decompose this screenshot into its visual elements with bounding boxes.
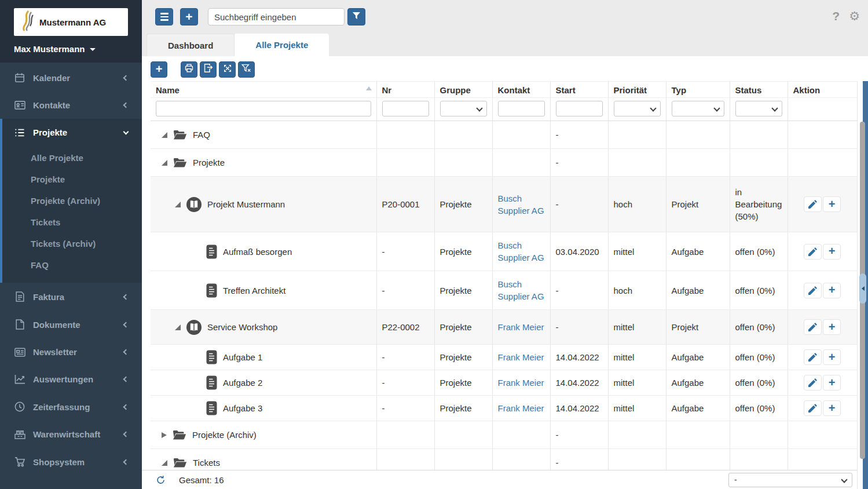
sidebar-item-dokumente[interactable]: Dokumente — [0, 311, 142, 338]
sidebar-item-label: Faktura — [33, 292, 116, 302]
sidebar-item-faktura[interactable]: Faktura — [0, 283, 142, 311]
contact-link[interactable]: Busch Supplier AG — [498, 194, 544, 216]
sidebar-subitem-tickets[interactable]: Tickets — [2, 211, 142, 233]
scroll-drag-handle[interactable] — [859, 273, 866, 304]
sidebar-subitem-faq[interactable]: FAQ — [2, 254, 142, 276]
user-menu[interactable]: Max Mustermann — [14, 36, 128, 63]
add-subitem-button[interactable]: + — [823, 196, 841, 212]
cell-nr: - — [376, 345, 434, 370]
export-button[interactable] — [200, 61, 217, 78]
menu-toggle-button[interactable] — [155, 8, 173, 25]
filter-input-start[interactable] — [556, 101, 603, 116]
print-button[interactable] — [181, 61, 197, 78]
tree-collapse-icon[interactable] — [175, 202, 181, 207]
sidebar-item-shopsystem[interactable]: Shopsystem — [0, 448, 142, 476]
cell-start: 14.04.2022 — [550, 370, 608, 396]
column-header-aktion[interactable]: Aktion — [788, 82, 857, 98]
contact-link[interactable]: Frank Meier — [498, 378, 544, 388]
edit-button[interactable] — [804, 196, 822, 212]
filter-select-gruppe[interactable] — [440, 101, 487, 116]
expand-button[interactable] — [219, 61, 236, 78]
column-header-name[interactable]: Name — [151, 82, 376, 98]
gear-icon[interactable]: ⚙ — [849, 10, 860, 23]
plus-icon: + — [829, 402, 836, 415]
sidebar-item-projekte[interactable]: Projekte — [2, 119, 142, 146]
edit-button[interactable] — [804, 244, 822, 260]
table-row[interactable]: Projekte (Archiv)- — [151, 421, 857, 449]
sidebar-item-warenwirtschaft[interactable]: Warenwirtschaft — [0, 421, 142, 448]
filter-input-name[interactable] — [156, 101, 371, 116]
edit-button[interactable] — [804, 349, 822, 365]
edit-button[interactable] — [804, 400, 822, 416]
tree-collapse-icon[interactable] — [162, 460, 167, 466]
cell-typ: Aufgabe — [666, 396, 730, 421]
tree-collapse-icon[interactable] — [162, 160, 167, 166]
column-header-start[interactable]: Start — [550, 82, 608, 98]
table-row[interactable]: Aufgabe 3-ProjekteFrank Meier14.04.2022m… — [151, 396, 857, 421]
sort-ascending-icon[interactable] — [366, 86, 372, 90]
table-row[interactable]: Aufgabe 2-ProjekteFrank Meier14.04.2022m… — [151, 370, 857, 396]
table-row[interactable]: FAQ- — [151, 121, 857, 149]
edit-button[interactable] — [804, 283, 822, 298]
cell-status — [730, 149, 788, 177]
add-subitem-button[interactable]: + — [823, 244, 841, 260]
search-filter-button[interactable] — [347, 8, 365, 25]
sidebar-item-auswertungen[interactable]: Auswertungen — [0, 366, 142, 393]
sidebar-subitem-tickets-archiv[interactable]: Tickets (Archiv) — [2, 233, 142, 254]
add-row-button[interactable]: + — [151, 61, 167, 78]
filter-select-prioritt[interactable] — [614, 101, 661, 116]
sidebar-subitem-projekte-archiv[interactable]: Projekte (Archiv) — [2, 190, 142, 211]
add-subitem-button[interactable]: + — [823, 400, 841, 416]
column-header-kontakt[interactable]: Kontakt — [492, 82, 550, 98]
clear-filter-button[interactable] — [238, 61, 255, 78]
table-row[interactable]: Service WorkshopP22-0002ProjekteFrank Me… — [151, 310, 857, 345]
column-header-typ[interactable]: Typ — [666, 82, 730, 98]
tab-alle-projekte[interactable]: Alle Projekte — [235, 34, 329, 56]
column-header-nr[interactable]: Nr — [376, 82, 434, 98]
edit-button[interactable] — [804, 375, 822, 391]
table-row[interactable]: Treffen Architekt-ProjekteBusch Supplier… — [151, 271, 857, 310]
column-header-status[interactable]: Status — [730, 82, 788, 98]
sidebar-item-kalender[interactable]: Kalender — [0, 64, 142, 92]
table-row[interactable]: Projekte- — [151, 149, 857, 177]
contact-link[interactable]: Busch Supplier AG — [498, 279, 544, 301]
sidebar-item-zeiterfassung[interactable]: Zeiterfassung — [0, 393, 142, 421]
filter-cell — [666, 98, 730, 121]
edit-button[interactable] — [804, 319, 822, 335]
page-select[interactable]: - — [728, 473, 852, 487]
filter-select-typ[interactable] — [672, 101, 724, 116]
sidebar-subitem-alle-projekte[interactable]: Alle Projekte — [2, 147, 142, 169]
table-row[interactable]: Aufgabe 1-ProjekteFrank Meier14.04.2022m… — [151, 345, 857, 370]
column-header-gruppe[interactable]: Gruppe — [434, 82, 492, 98]
contact-link[interactable]: Frank Meier — [498, 322, 544, 332]
help-icon[interactable]: ? — [832, 9, 840, 23]
filter-input-kontakt[interactable] — [498, 101, 545, 116]
filter-input-nr[interactable] — [382, 101, 429, 116]
sidebar-subitem-projekte[interactable]: Projekte — [2, 169, 142, 190]
contact-link[interactable]: Frank Meier — [498, 403, 544, 413]
column-header-prioritt[interactable]: Priorität — [608, 82, 666, 98]
add-button[interactable]: + — [180, 8, 198, 25]
contact-link[interactable]: Busch Supplier AG — [498, 240, 544, 262]
search-input[interactable] — [208, 8, 345, 25]
cell-status: offen (0%) — [730, 345, 788, 370]
tab-dashboard[interactable]: Dashboard — [147, 34, 235, 56]
sidebar-item-kontakte[interactable]: Kontakte — [0, 92, 142, 119]
contact-link[interactable]: Frank Meier — [498, 352, 544, 362]
sidebar-item-newsletter[interactable]: Newsletter — [0, 338, 142, 366]
add-subitem-button[interactable]: + — [823, 349, 841, 365]
cell-gruppe: Projekte — [434, 271, 492, 310]
tree-collapse-icon[interactable] — [162, 132, 167, 138]
table-row[interactable]: Aufmaß besorgen-ProjekteBusch Supplier A… — [151, 232, 857, 271]
add-subitem-button[interactable]: + — [823, 319, 841, 335]
tree-collapse-icon[interactable] — [175, 324, 181, 330]
add-subitem-button[interactable]: + — [823, 375, 841, 391]
filter-select-status[interactable] — [735, 101, 782, 116]
tree-expand-icon[interactable] — [162, 432, 167, 438]
refresh-icon[interactable] — [156, 475, 166, 485]
company-logo[interactable]: Mustermann AG — [14, 8, 128, 36]
arrows-expand-icon — [223, 64, 232, 75]
add-subitem-button[interactable]: + — [823, 283, 841, 298]
cell-kontakt — [492, 149, 550, 177]
table-row[interactable]: Projekt MustermannP20-0001ProjekteBusch … — [151, 177, 857, 232]
